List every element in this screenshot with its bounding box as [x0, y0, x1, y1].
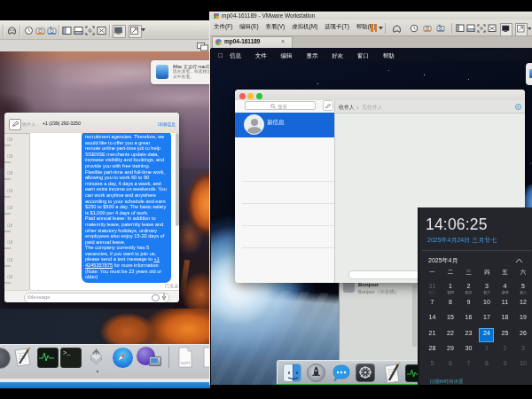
svg-text:SCPT: SCPT — [181, 361, 191, 365]
